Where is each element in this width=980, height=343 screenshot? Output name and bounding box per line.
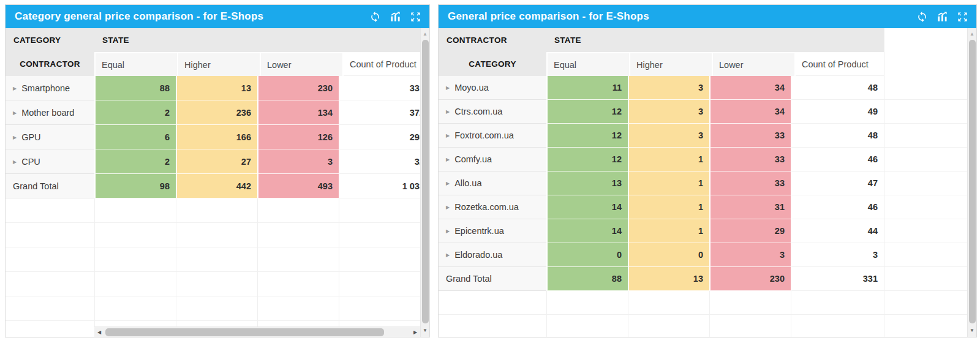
row-label: CPU: [21, 157, 40, 167]
equal-value: 14: [612, 226, 622, 236]
equal-value: 88: [160, 83, 170, 93]
equal-value: 12: [612, 130, 622, 140]
row-label-cell[interactable]: ▶Allo.ua: [439, 172, 546, 195]
higher-cell: 13: [176, 76, 257, 100]
column-header-count[interactable]: Count of Product: [344, 53, 420, 76]
higher-value: 442: [236, 181, 251, 191]
row-label: Epicentrk.ua: [454, 226, 504, 236]
refresh-button[interactable]: [369, 10, 381, 23]
vertical-scrollbar[interactable]: ▲ ▼: [967, 28, 976, 337]
row-label-cell[interactable]: ▶Rozetka.com.ua: [439, 195, 546, 219]
row-label-cell[interactable]: Grand Total: [6, 174, 94, 198]
spacer-column-header: [884, 28, 967, 76]
scroll-left-icon[interactable]: ◀: [94, 327, 104, 337]
row-subdimension-label[interactable]: CATEGORY: [439, 52, 546, 76]
row-label-cell[interactable]: ▶Ctrs.com.ua: [439, 100, 546, 124]
fullscreen-button[interactable]: [409, 10, 421, 23]
empty-cell: [791, 291, 884, 315]
empty-cell: [6, 272, 94, 296]
chart-view-button[interactable]: [389, 10, 401, 23]
grid-header: CATEGORY CONTRACTOR STATE Equal Higher L…: [6, 28, 420, 76]
sync-icon: [916, 11, 928, 23]
row-label-cell[interactable]: ▶Comfy.ua: [439, 148, 546, 172]
chart-view-button[interactable]: [936, 10, 948, 23]
expand-row-icon[interactable]: ▶: [13, 159, 17, 164]
lower-cell: 34: [709, 100, 791, 124]
count-cell: 48: [791, 124, 884, 148]
column-header-equal[interactable]: Equal: [96, 53, 177, 76]
horizontal-scroll-track[interactable]: [104, 327, 410, 337]
scroll-right-icon[interactable]: ▶: [410, 327, 420, 337]
scroll-up-icon[interactable]: ▲: [421, 29, 429, 39]
expand-row-icon[interactable]: ▶: [13, 86, 17, 91]
row-label-cell[interactable]: ▶Mother board: [6, 100, 94, 125]
row-label-cell[interactable]: ▶Moyo.ua: [439, 76, 546, 100]
pivot-grid: CONTRACTOR CATEGORY STATE Equal Higher L…: [439, 28, 976, 337]
empty-cell: [339, 272, 420, 296]
row-label: Foxtrot.com.ua: [454, 130, 514, 140]
column-headers-block: STATE Equal Higher Lower Count of Produc…: [546, 28, 884, 76]
row-label-cell[interactable]: Grand Total: [439, 267, 546, 291]
empty-cell: [709, 291, 791, 315]
equal-cell: 12: [546, 148, 628, 172]
panel-category-price-comparison: Category general price comparison - for …: [5, 4, 430, 337]
row-label-cell[interactable]: ▶CPU: [6, 149, 94, 174]
column-header-equal[interactable]: Equal: [548, 53, 629, 76]
scroll-up-icon[interactable]: ▲: [968, 29, 976, 39]
equal-cell: 13: [546, 172, 628, 195]
spacer-cell: [884, 195, 967, 219]
column-header-count[interactable]: Count of Product: [796, 53, 889, 76]
refresh-button[interactable]: [916, 10, 928, 23]
horizontal-scrollbar[interactable]: ◀ ▶: [94, 326, 420, 337]
horizontal-scroll-thumb[interactable]: [105, 328, 384, 336]
column-dimension-label[interactable]: STATE: [94, 28, 420, 52]
column-dimension-label[interactable]: STATE: [546, 28, 884, 52]
equal-value: 12: [612, 154, 622, 164]
column-header-lower[interactable]: Lower: [261, 53, 342, 76]
higher-value: 3: [698, 107, 703, 116]
column-header-higher[interactable]: Higher: [178, 53, 260, 76]
column-header-higher[interactable]: Higher: [630, 53, 712, 76]
scroll-down-icon[interactable]: ▼: [421, 326, 429, 336]
vertical-scroll-thumb[interactable]: [422, 40, 429, 323]
count-value: 331: [410, 83, 420, 93]
higher-value: 3: [698, 130, 703, 140]
row-label-cell[interactable]: ▶Foxtrot.com.ua: [439, 124, 546, 148]
row-dimension-label[interactable]: CONTRACTOR: [439, 28, 546, 52]
vertical-scroll-thumb[interactable]: [969, 40, 976, 323]
expand-row-icon[interactable]: ▶: [13, 110, 17, 115]
higher-value: 236: [236, 108, 251, 118]
expand-row-icon[interactable]: ▶: [446, 205, 450, 210]
equal-cell: 12: [546, 124, 628, 148]
panels-container: Category general price comparison - for …: [5, 4, 977, 337]
spacer-cell: [884, 243, 967, 267]
lower-cell: 230: [709, 267, 791, 291]
equal-cell: 88: [546, 267, 628, 291]
analytics-icon: [390, 11, 401, 23]
expand-row-icon[interactable]: ▶: [446, 229, 450, 234]
row-label-cell[interactable]: ▶Eldorado.ua: [439, 243, 546, 267]
expand-row-icon[interactable]: ▶: [446, 181, 450, 186]
expand-row-icon[interactable]: ▶: [446, 253, 450, 258]
lower-cell: 493: [257, 174, 339, 198]
row-subdimension-label[interactable]: CONTRACTOR: [6, 52, 94, 76]
empty-cell: [628, 291, 709, 315]
header-corner: CONTRACTOR CATEGORY: [439, 28, 546, 76]
row-label-cell[interactable]: ▶Smartphone: [6, 76, 94, 100]
column-header-lower[interactable]: Lower: [713, 53, 794, 76]
expand-row-icon[interactable]: ▶: [446, 110, 450, 115]
scroll-down-icon[interactable]: ▼: [968, 326, 976, 336]
expand-row-icon[interactable]: ▶: [13, 135, 17, 140]
fullscreen-button[interactable]: [956, 10, 968, 23]
row-label-cell[interactable]: ▶Epicentrk.ua: [439, 219, 546, 243]
vertical-scrollbar[interactable]: ▲ ▼: [420, 28, 429, 337]
row-label-cell[interactable]: ▶GPU: [6, 125, 94, 149]
lower-value: 230: [770, 274, 785, 284]
expand-row-icon[interactable]: ▶: [446, 86, 450, 91]
empty-cell: [257, 247, 339, 272]
expand-row-icon[interactable]: ▶: [446, 134, 450, 138]
row-label: Moyo.ua: [454, 83, 489, 92]
expand-row-icon[interactable]: ▶: [446, 157, 450, 162]
equal-cell: 12: [546, 100, 628, 124]
row-dimension-label[interactable]: CATEGORY: [6, 28, 94, 52]
